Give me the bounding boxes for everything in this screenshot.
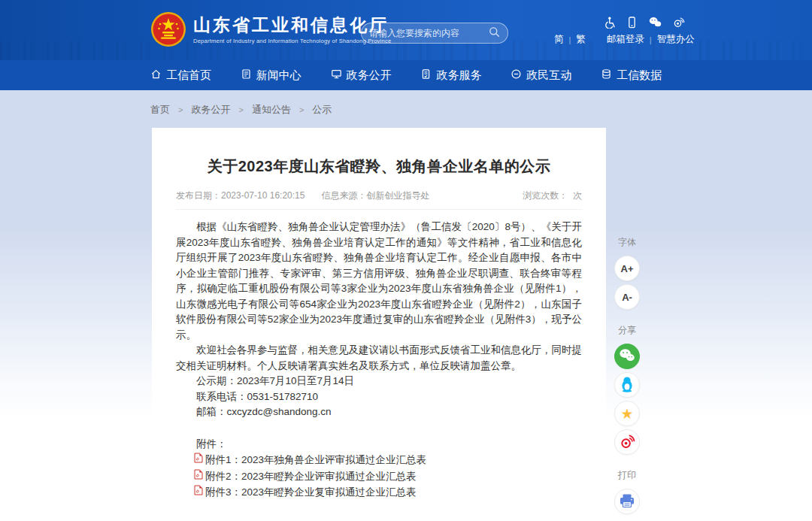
- attachments-label: 附件：: [176, 436, 582, 453]
- attachment-link-1[interactable]: 附件1：2023年独角兽企业评审拟通过企业汇总表: [176, 452, 582, 468]
- divider: |: [569, 35, 571, 44]
- attachment-label: 附件2：2023年瞪羚企业评审拟通过企业汇总表: [205, 468, 417, 485]
- site-brand: 山东省工业和信息化厅 Department of Industry and In…: [150, 11, 391, 47]
- interact-icon: [511, 68, 522, 82]
- breadcrumb-notices[interactable]: 通知公告: [252, 103, 291, 117]
- attachments-section: 附件： 附件1：2023年独角兽企业评审拟通过企业汇总表 附件2：2023年瞪羚…: [176, 436, 582, 501]
- attachment-label: 附件1：2023年独角兽企业评审拟通过企业汇总表: [205, 452, 426, 468]
- paragraph: 根据《山东省瞪羚、独角兽企业认定管理办法》（鲁工信发〔2020〕8号）、《关于开…: [176, 220, 582, 343]
- font-decrease-button[interactable]: A-: [614, 284, 640, 310]
- lang-simplified-link[interactable]: 简: [554, 33, 564, 46]
- article-meta: 发布日期：2023-07-10 16:20:15 信息来源：创新创业指导处 浏览…: [176, 189, 582, 210]
- breadcrumb-separator: >: [299, 105, 304, 114]
- qzone-star-icon: ★: [620, 407, 633, 421]
- page-title: 关于2023年度山东省瞪羚、独角兽企业名单的公示: [176, 156, 582, 177]
- attachment-link-3[interactable]: 附件3：2023年瞪羚企业复审拟通过企业汇总表: [176, 484, 582, 501]
- nav-label: 工信首页: [166, 68, 211, 83]
- nav-item-home[interactable]: 工信首页: [150, 68, 211, 83]
- breadcrumb-separator: >: [178, 105, 183, 114]
- nav-item-interaction[interactable]: 政民互动: [511, 68, 571, 83]
- share-weibo-button[interactable]: [614, 429, 640, 455]
- smart-office-link[interactable]: 智慧办公: [657, 33, 695, 46]
- news-icon: [241, 68, 252, 82]
- article-card: 关于2023年度山东省瞪羚、独角兽企业名单的公示 发布日期：2023-07-10…: [152, 128, 606, 521]
- nav-item-gov-disclosure[interactable]: 政务公开: [331, 68, 392, 83]
- publicity-period: 公示期：2023年7月10日至7月14日: [176, 374, 582, 389]
- monitor-icon: [331, 68, 342, 82]
- header-quick-icons: [604, 17, 685, 29]
- nav-label: 政民互动: [526, 68, 571, 83]
- weibo-icon[interactable]: [673, 17, 685, 29]
- publish-date: 发布日期：2023-07-10 16:20:15: [176, 189, 304, 202]
- nav-label: 政务公开: [347, 68, 392, 83]
- attachment-label: 附件3：2023年瞪羚企业复审拟通过企业汇总表: [205, 484, 417, 501]
- mail-login-link[interactable]: 邮箱登录: [607, 33, 644, 46]
- view-count: 浏览次数： 次: [523, 189, 582, 202]
- data-icon: [601, 68, 612, 82]
- page: 山东省工业和信息化厅 Department of Industry and In…: [0, 0, 812, 521]
- font-increase-button[interactable]: A+: [614, 256, 640, 281]
- signature-org: 山东省工业和信息化厅: [176, 519, 577, 521]
- weibo-share-icon: [620, 434, 635, 451]
- font-size-label: 字体: [618, 236, 636, 249]
- main-nav: 工信首页 新闻中心 政务公开 政务服务 政民互动: [0, 60, 812, 90]
- print-label: 打印: [618, 469, 636, 482]
- nav-label: 政务服务: [436, 68, 481, 83]
- wechat-share-icon: [619, 348, 635, 365]
- nav-item-data[interactable]: 工信数据: [601, 68, 662, 83]
- home-icon: [150, 68, 162, 82]
- nav-label: 工信数据: [617, 68, 662, 83]
- contact-email: 邮箱：cxcyzdc@shandong.cn: [176, 404, 582, 420]
- printer-icon: [619, 493, 635, 510]
- paragraph: 欢迎社会各界参与监督，相关意见及建议请以书面形式反馈省工业和信息化厅，同时提交相…: [176, 343, 582, 374]
- share-qq-button[interactable]: [614, 372, 640, 398]
- mobile-icon[interactable]: [626, 17, 638, 29]
- tool-rail: 字体 A+ A- 分享: [607, 233, 647, 517]
- pdf-icon: [194, 468, 203, 485]
- breadcrumb-gov-disclosure[interactable]: 政务公开: [191, 103, 230, 117]
- breadcrumb-separator: >: [238, 105, 243, 114]
- attachment-link-2[interactable]: 附件2：2023年瞪羚企业评审拟通过企业汇总表: [176, 468, 582, 485]
- national-emblem-logo: [150, 11, 186, 47]
- search-input[interactable]: [369, 28, 489, 38]
- contact-phone: 联系电话：0531-51782710: [176, 389, 582, 405]
- info-source: 信息来源：创新创业指导处: [321, 189, 429, 202]
- share-wechat-button[interactable]: [614, 344, 640, 369]
- breadcrumb-home[interactable]: 首页: [150, 103, 170, 117]
- search-icon: [489, 26, 500, 40]
- signature-block: 山东省工业和信息化厅 2023年7月10日: [176, 519, 582, 521]
- search-box: [361, 23, 508, 44]
- article-meta-left: 发布日期：2023-07-10 16:20:15 信息来源：创新创业指导处: [176, 189, 429, 202]
- share-label: 分享: [618, 324, 636, 337]
- qq-share-icon: [620, 376, 635, 395]
- breadcrumb-current: 公示: [312, 103, 332, 117]
- article-body: 根据《山东省瞪羚、独角兽企业认定管理办法》（鲁工信发〔2020〕8号）、《关于开…: [176, 220, 582, 420]
- breadcrumb: 首页 > 政务公开 > 通知公告 > 公示: [150, 103, 332, 117]
- nav-item-news[interactable]: 新闻中心: [241, 68, 301, 83]
- wechat-icon[interactable]: [649, 17, 662, 29]
- header-links: 简 | 繁 邮箱登录 | 智慧办公: [554, 33, 695, 46]
- pdf-icon: [194, 484, 203, 501]
- nav-item-gov-services[interactable]: 政务服务: [420, 68, 481, 83]
- nav-label: 新闻中心: [256, 68, 301, 83]
- share-qzone-button[interactable]: ★: [614, 401, 640, 426]
- accessibility-icon[interactable]: [604, 17, 615, 29]
- divider: |: [650, 35, 652, 44]
- search-button[interactable]: [489, 26, 500, 40]
- site-header: 山东省工业和信息化厅 Department of Industry and In…: [0, 0, 812, 60]
- pdf-icon: [194, 452, 203, 468]
- service-icon: [420, 68, 432, 82]
- lang-traditional-link[interactable]: 繁: [576, 33, 586, 46]
- print-button[interactable]: [614, 489, 640, 514]
